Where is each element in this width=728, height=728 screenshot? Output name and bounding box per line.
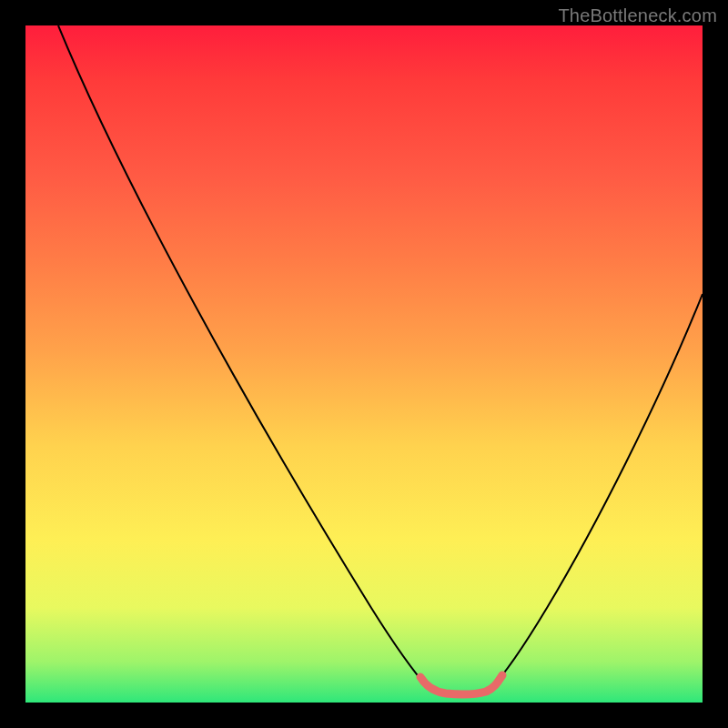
curve-right <box>490 294 703 690</box>
curve-left <box>58 25 430 690</box>
valley-highlight <box>420 675 502 694</box>
curve-layer <box>25 25 703 703</box>
plot-area <box>25 25 703 703</box>
chart-container: TheBottleneck.com <box>0 0 728 728</box>
attribution-label: TheBottleneck.com <box>558 5 717 26</box>
